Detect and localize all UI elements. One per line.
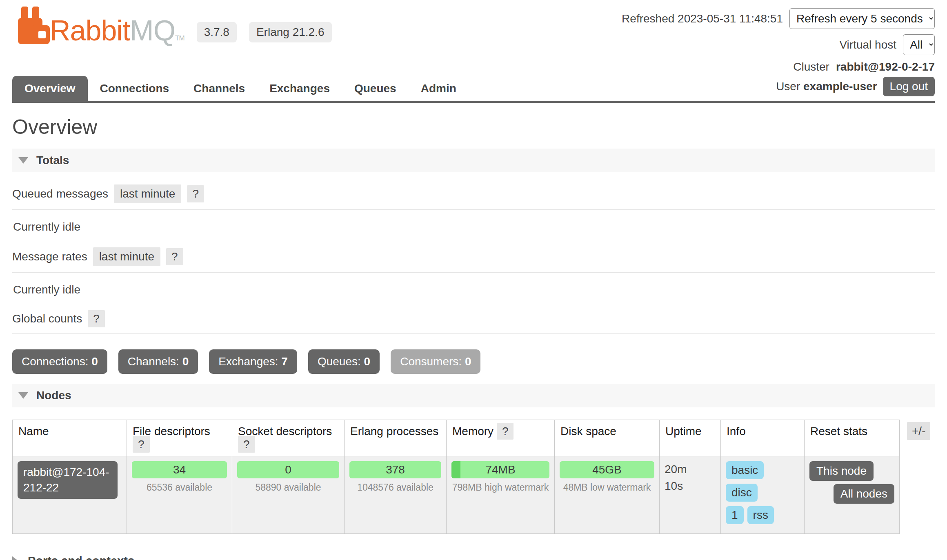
info-badge-basic: basic: [726, 461, 764, 479]
section-header-totals[interactable]: Totals: [12, 149, 935, 172]
header-right: Refreshed 2023-05-31 11:48:51 Refresh ev…: [622, 7, 935, 73]
expand-arrow-icon: [12, 556, 19, 560]
socket-descriptors-bar: 0: [237, 461, 339, 478]
file-descriptors-help-icon[interactable]: ?: [133, 436, 150, 453]
reset-stats-cell: This node All nodes: [805, 456, 900, 534]
queued-period-badge[interactable]: last minute: [114, 184, 181, 203]
erlang-version-badge: Erlang 21.2.6: [249, 22, 332, 42]
info-badge-1: 1: [726, 506, 744, 524]
file-descriptors-cell: 34 65536 available: [127, 456, 232, 534]
logout-button[interactable]: Log out: [883, 77, 935, 96]
cluster-label: Cluster: [793, 60, 829, 73]
col-header-info: Info: [721, 420, 805, 456]
collapse-arrow-icon: [18, 392, 28, 399]
col-header-erlang-processes: Erlang processes: [345, 420, 447, 456]
col-header-file-descriptors: File descriptors ?: [127, 420, 232, 456]
erlang-processes-cell: 378 1048576 available: [345, 456, 447, 534]
global-counts-row: Connections: 0 Channels: 0 Exchanges: 7 …: [12, 349, 935, 374]
user-label: User example-user: [776, 80, 877, 93]
section-header-ports-and-contexts[interactable]: Ports and contexts: [12, 554, 935, 560]
rabbitmq-logo[interactable]: RabbitMQTM: [18, 7, 185, 44]
rates-idle-text: Currently idle: [13, 283, 935, 296]
disk-space-cell: 45GB 48MB low watermark: [555, 456, 660, 534]
brand-wordmark: RabbitMQTM: [50, 17, 185, 44]
queued-idle-text: Currently idle: [13, 220, 935, 233]
tab-channels[interactable]: Channels: [181, 76, 257, 101]
version-badge: 3.7.8: [197, 22, 237, 42]
global-counts-label: Global counts: [12, 312, 82, 325]
disk-space-bar: 45GB: [560, 461, 654, 478]
cluster-name: rabbit@192-0-2-17: [836, 60, 935, 73]
message-rates-label: Message rates: [12, 250, 87, 263]
tab-admin[interactable]: Admin: [409, 76, 469, 101]
rabbitmq-rabbit-icon: [18, 7, 50, 44]
col-header-uptime: Uptime: [660, 420, 721, 456]
global-counts-help-icon[interactable]: ?: [88, 310, 105, 327]
uptime-cell: 20m10s: [660, 456, 721, 534]
tab-connections[interactable]: Connections: [88, 76, 182, 101]
reset-this-node-button[interactable]: This node: [809, 461, 874, 481]
col-header-memory: Memory ?: [447, 420, 555, 456]
memory-watermark: 798MB high watermark: [451, 482, 549, 493]
connections-count-pill[interactable]: Connections: 0: [12, 349, 107, 374]
info-badge-rss: rss: [747, 506, 774, 524]
user-name: example-user: [803, 80, 877, 93]
tab-exchanges[interactable]: Exchanges: [257, 76, 342, 101]
socket-descriptors-available: 58890 available: [237, 482, 339, 493]
exchanges-count-pill[interactable]: Exchanges: 7: [209, 349, 297, 374]
info-cell: basicdisc 1rss: [721, 456, 805, 534]
col-header-disk-space: Disk space: [555, 420, 660, 456]
node-name-badge[interactable]: rabbit@172-104-212-22: [18, 461, 118, 499]
memory-help-icon[interactable]: ?: [497, 423, 514, 440]
erlang-processes-bar: 378: [349, 461, 441, 478]
section-title-nodes: Nodes: [36, 389, 71, 402]
erlang-processes-available: 1048576 available: [349, 482, 441, 493]
socket-descriptors-cell: 0 58890 available: [232, 456, 345, 534]
section-title-ports-and-contexts: Ports and contexts: [28, 554, 134, 560]
col-header-reset-stats: Reset stats: [805, 420, 900, 456]
disk-space-watermark: 48MB low watermark: [560, 482, 654, 493]
columns-toggle-button[interactable]: +/-: [907, 422, 930, 440]
node-row: rabbit@172-104-212-22 34 65536 available…: [13, 456, 900, 534]
file-descriptors-available: 65536 available: [132, 482, 227, 493]
channels-count-pill[interactable]: Channels: 0: [118, 349, 198, 374]
col-header-name: Name: [13, 420, 127, 456]
virtual-host-label: Virtual host: [839, 38, 896, 51]
consumers-count-pill: Consumers: 0: [391, 349, 480, 374]
virtual-host-select[interactable]: All: [903, 34, 935, 55]
collapse-arrow-icon: [18, 157, 28, 164]
node-name-cell: rabbit@172-104-212-22: [13, 456, 127, 534]
info-badge-disc: disc: [726, 484, 758, 502]
memory-bar: 74MB: [451, 461, 549, 478]
refreshed-timestamp: Refreshed 2023-05-31 11:48:51: [622, 12, 783, 25]
memory-cell: 74MB 798MB high watermark: [447, 456, 555, 534]
rates-help-icon[interactable]: ?: [166, 248, 183, 265]
tab-queues[interactable]: Queues: [342, 76, 409, 101]
brand-area: RabbitMQTM 3.7.8 Erlang 21.2.6: [12, 7, 332, 44]
nodes-table: Name File descriptors ? Socket descripto…: [12, 420, 900, 534]
tab-bar: Overview Connections Channels Exchanges …: [12, 76, 935, 103]
queued-help-icon[interactable]: ?: [187, 185, 204, 202]
rates-period-badge[interactable]: last minute: [93, 247, 160, 266]
section-title-totals: Totals: [36, 154, 69, 167]
section-header-nodes[interactable]: Nodes: [12, 384, 935, 407]
reset-all-nodes-button[interactable]: All nodes: [834, 484, 894, 504]
file-descriptors-bar: 34: [132, 461, 227, 478]
refresh-interval-select[interactable]: Refresh every 5 seconds: [789, 8, 935, 29]
page-title: Overview: [12, 115, 935, 139]
header: RabbitMQTM 3.7.8 Erlang 21.2.6 Refreshed…: [12, 7, 935, 73]
queued-messages-label: Queued messages: [12, 187, 108, 200]
memory-bar-fill: [451, 461, 460, 478]
tab-overview[interactable]: Overview: [12, 76, 88, 101]
col-header-socket-descriptors: Socket descriptors ?: [232, 420, 345, 456]
socket-descriptors-help-icon[interactable]: ?: [238, 436, 255, 453]
queues-count-pill[interactable]: Queues: 0: [308, 349, 380, 374]
